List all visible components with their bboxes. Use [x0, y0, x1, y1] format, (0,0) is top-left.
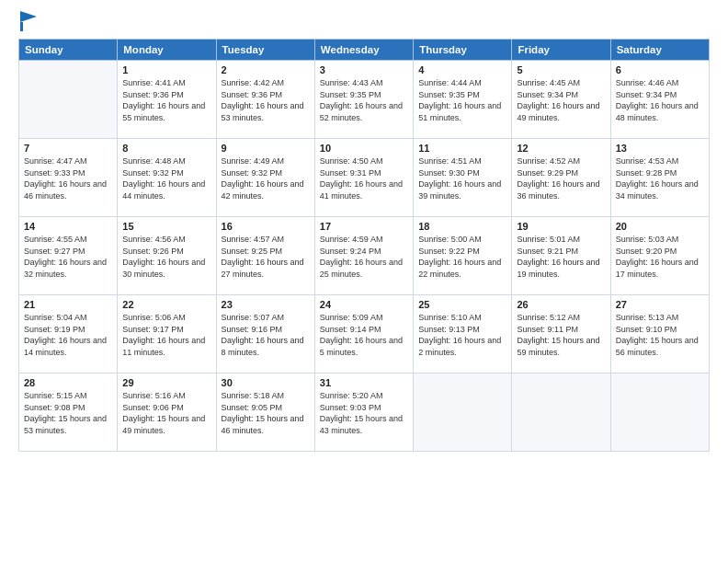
day-number: 27: [616, 299, 704, 310]
day-number: 10: [320, 143, 408, 154]
day-number: 31: [320, 377, 408, 388]
day-info: Sunrise: 4:42 AM Sunset: 9:36 PM Dayligh…: [222, 77, 310, 123]
day-number: 13: [616, 143, 704, 154]
day-number: 30: [222, 377, 310, 388]
day-info: Sunrise: 5:18 AM Sunset: 9:05 PM Dayligh…: [222, 390, 310, 436]
day-number: 21: [24, 299, 112, 310]
calendar-cell: 14Sunrise: 4:55 AM Sunset: 9:27 PM Dayli…: [19, 217, 118, 295]
weekday-header-wednesday: Wednesday: [314, 40, 413, 61]
day-info: Sunrise: 5:03 AM Sunset: 9:20 PM Dayligh…: [616, 234, 704, 280]
day-info: Sunrise: 5:12 AM Sunset: 9:11 PM Dayligh…: [517, 312, 605, 358]
day-number: 7: [24, 143, 112, 154]
calendar-cell: 15Sunrise: 4:56 AM Sunset: 9:26 PM Dayli…: [118, 217, 216, 295]
calendar-cell: 13Sunrise: 4:53 AM Sunset: 9:28 PM Dayli…: [610, 139, 709, 217]
calendar-week-row: 21Sunrise: 5:04 AM Sunset: 9:19 PM Dayli…: [19, 295, 710, 373]
day-info: Sunrise: 4:59 AM Sunset: 9:24 PM Dayligh…: [320, 234, 408, 280]
day-info: Sunrise: 4:43 AM Sunset: 9:35 PM Dayligh…: [320, 77, 408, 123]
calendar-cell: [512, 373, 610, 452]
calendar-cell: 11Sunrise: 4:51 AM Sunset: 9:30 PM Dayli…: [414, 139, 512, 217]
day-number: 1: [122, 64, 210, 75]
weekday-header-thursday: Thursday: [414, 40, 512, 61]
day-number: 5: [517, 64, 605, 75]
calendar-week-row: 14Sunrise: 4:55 AM Sunset: 9:27 PM Dayli…: [19, 217, 710, 295]
day-info: Sunrise: 4:57 AM Sunset: 9:25 PM Dayligh…: [222, 234, 310, 280]
calendar-cell: 20Sunrise: 5:03 AM Sunset: 9:20 PM Dayli…: [610, 217, 709, 295]
day-info: Sunrise: 4:55 AM Sunset: 9:27 PM Dayligh…: [24, 234, 112, 280]
weekday-header-sunday: Sunday: [19, 40, 118, 61]
day-number: 26: [517, 299, 605, 310]
day-number: 25: [418, 299, 506, 310]
day-info: Sunrise: 4:56 AM Sunset: 9:26 PM Dayligh…: [122, 234, 210, 280]
day-number: 2: [222, 64, 310, 75]
weekday-header-monday: Monday: [118, 40, 216, 61]
day-number: 20: [616, 221, 704, 232]
weekday-header-tuesday: Tuesday: [216, 40, 314, 61]
day-info: Sunrise: 5:01 AM Sunset: 9:21 PM Dayligh…: [517, 234, 605, 280]
day-info: Sunrise: 4:44 AM Sunset: 9:35 PM Dayligh…: [418, 77, 506, 123]
calendar-cell: [19, 61, 118, 139]
day-number: 8: [122, 143, 210, 154]
calendar-cell: 31Sunrise: 5:20 AM Sunset: 9:03 PM Dayli…: [314, 373, 413, 452]
calendar-cell: 10Sunrise: 4:50 AM Sunset: 9:31 PM Dayli…: [314, 139, 413, 217]
calendar-cell: 28Sunrise: 5:15 AM Sunset: 9:08 PM Dayli…: [19, 373, 118, 452]
calendar-cell: 17Sunrise: 4:59 AM Sunset: 9:24 PM Dayli…: [314, 217, 413, 295]
calendar-cell: 3Sunrise: 4:43 AM Sunset: 9:35 PM Daylig…: [314, 61, 413, 139]
calendar-cell: [610, 373, 709, 452]
day-number: 14: [24, 221, 112, 232]
day-info: Sunrise: 5:00 AM Sunset: 9:22 PM Dayligh…: [418, 234, 506, 280]
calendar-cell: 2Sunrise: 4:42 AM Sunset: 9:36 PM Daylig…: [216, 61, 314, 139]
day-info: Sunrise: 4:49 AM Sunset: 9:32 PM Dayligh…: [222, 155, 310, 201]
day-number: 4: [418, 64, 506, 75]
calendar-cell: 5Sunrise: 4:45 AM Sunset: 9:34 PM Daylig…: [512, 61, 610, 139]
header: [18, 15, 710, 31]
day-info: Sunrise: 5:15 AM Sunset: 9:08 PM Dayligh…: [24, 390, 112, 436]
day-info: Sunrise: 5:20 AM Sunset: 9:03 PM Dayligh…: [320, 390, 408, 436]
day-info: Sunrise: 4:41 AM Sunset: 9:36 PM Dayligh…: [122, 77, 210, 123]
calendar-cell: 16Sunrise: 4:57 AM Sunset: 9:25 PM Dayli…: [216, 217, 314, 295]
calendar-table: SundayMondayTuesdayWednesdayThursdayFrid…: [18, 39, 710, 452]
day-info: Sunrise: 5:04 AM Sunset: 9:19 PM Dayligh…: [24, 312, 112, 358]
calendar-cell: 1Sunrise: 4:41 AM Sunset: 9:36 PM Daylig…: [118, 61, 216, 139]
day-number: 6: [616, 64, 704, 75]
calendar-cell: [414, 373, 512, 452]
day-number: 17: [320, 221, 408, 232]
day-number: 22: [122, 299, 210, 310]
weekday-header-friday: Friday: [512, 40, 610, 61]
day-number: 9: [222, 143, 310, 154]
day-info: Sunrise: 4:52 AM Sunset: 9:29 PM Dayligh…: [517, 155, 605, 201]
day-info: Sunrise: 4:46 AM Sunset: 9:34 PM Dayligh…: [616, 77, 704, 123]
svg-marker-0: [20, 11, 37, 22]
calendar-cell: 30Sunrise: 5:18 AM Sunset: 9:05 PM Dayli…: [216, 373, 314, 452]
calendar-cell: 9Sunrise: 4:49 AM Sunset: 9:32 PM Daylig…: [216, 139, 314, 217]
calendar-cell: 7Sunrise: 4:47 AM Sunset: 9:33 PM Daylig…: [19, 139, 118, 217]
day-info: Sunrise: 5:13 AM Sunset: 9:10 PM Dayligh…: [616, 312, 704, 358]
calendar-cell: 21Sunrise: 5:04 AM Sunset: 9:19 PM Dayli…: [19, 295, 118, 373]
day-info: Sunrise: 4:53 AM Sunset: 9:28 PM Dayligh…: [616, 155, 704, 201]
calendar-week-row: 28Sunrise: 5:15 AM Sunset: 9:08 PM Dayli…: [19, 373, 710, 452]
day-info: Sunrise: 5:07 AM Sunset: 9:16 PM Dayligh…: [222, 312, 310, 358]
weekday-header-row: SundayMondayTuesdayWednesdayThursdayFrid…: [19, 40, 710, 61]
calendar-cell: 24Sunrise: 5:09 AM Sunset: 9:14 PM Dayli…: [314, 295, 413, 373]
calendar-cell: 18Sunrise: 5:00 AM Sunset: 9:22 PM Dayli…: [414, 217, 512, 295]
calendar-cell: 8Sunrise: 4:48 AM Sunset: 9:32 PM Daylig…: [118, 139, 216, 217]
day-info: Sunrise: 4:51 AM Sunset: 9:30 PM Dayligh…: [418, 155, 506, 201]
svg-rect-1: [20, 22, 23, 31]
calendar-cell: 19Sunrise: 5:01 AM Sunset: 9:21 PM Dayli…: [512, 217, 610, 295]
weekday-header-saturday: Saturday: [610, 40, 709, 61]
day-info: Sunrise: 5:10 AM Sunset: 9:13 PM Dayligh…: [418, 312, 506, 358]
day-number: 16: [222, 221, 310, 232]
calendar-cell: 6Sunrise: 4:46 AM Sunset: 9:34 PM Daylig…: [610, 61, 709, 139]
day-info: Sunrise: 4:48 AM Sunset: 9:32 PM Dayligh…: [122, 155, 210, 201]
calendar-cell: 26Sunrise: 5:12 AM Sunset: 9:11 PM Dayli…: [512, 295, 610, 373]
calendar-cell: 25Sunrise: 5:10 AM Sunset: 9:13 PM Dayli…: [414, 295, 512, 373]
day-number: 19: [517, 221, 605, 232]
day-number: 29: [122, 377, 210, 388]
day-number: 15: [122, 221, 210, 232]
logo: [18, 15, 37, 31]
day-info: Sunrise: 4:50 AM Sunset: 9:31 PM Dayligh…: [320, 155, 408, 201]
calendar-cell: 12Sunrise: 4:52 AM Sunset: 9:29 PM Dayli…: [512, 139, 610, 217]
day-info: Sunrise: 5:06 AM Sunset: 9:17 PM Dayligh…: [122, 312, 210, 358]
page: SundayMondayTuesdayWednesdayThursdayFrid…: [0, 0, 728, 563]
day-number: 23: [222, 299, 310, 310]
calendar-cell: 4Sunrise: 4:44 AM Sunset: 9:35 PM Daylig…: [414, 61, 512, 139]
